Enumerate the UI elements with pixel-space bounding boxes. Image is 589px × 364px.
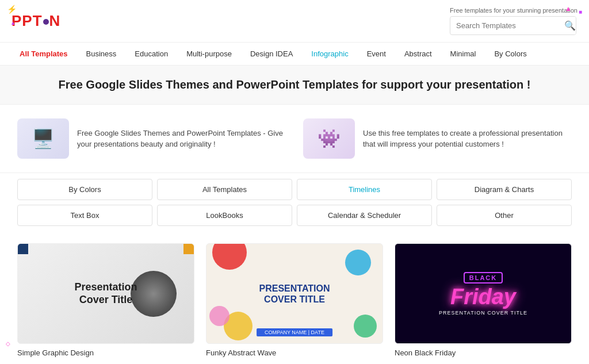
nav-item-all-templates[interactable]: All Templates — [12, 43, 76, 65]
template-name-2: Funky Abstract Wave — [206, 348, 383, 357]
category-btn-all-templates[interactable]: All Templates — [157, 179, 292, 200]
feature-text-1: Free Google Slides Themes and PowerPoint… — [77, 128, 286, 150]
feature-item-2: Use this free templates to create a prof… — [303, 118, 572, 159]
feature-text-2: Use this free templates to create a prof… — [363, 128, 572, 150]
header-right: Free templates for your stunning present… — [450, 7, 577, 35]
template-thumb-1: PresentationCover Title — [17, 243, 194, 344]
category-btn-other[interactable]: Other — [437, 205, 572, 226]
neon-black-label: BLACK — [464, 272, 503, 283]
features-section: Free Google Slides Themes and PowerPoint… — [0, 105, 589, 173]
template-name-1: Simple Graphic Design — [17, 348, 194, 357]
templates-grid: PresentationCover Title Simple Graphic D… — [17, 243, 572, 357]
templates-section: PresentationCover Title Simple Graphic D… — [0, 237, 589, 364]
thumb-1-inner: PresentationCover Title — [18, 244, 194, 343]
category-btn-text-box[interactable]: Text Box — [17, 205, 152, 226]
search-icon: 🔍 — [564, 21, 576, 30]
category-btn-calendar[interactable]: Calendar & Scheduler — [297, 205, 432, 226]
neon-friday-label: Friday — [450, 286, 516, 308]
logo-dot — [43, 19, 49, 25]
site-logo[interactable]: PPTN — [12, 12, 60, 30]
nav-item-event[interactable]: Event — [359, 43, 394, 65]
template-card-1[interactable]: PresentationCover Title Simple Graphic D… — [17, 243, 194, 357]
thumb-1-title: PresentationCover Title — [74, 281, 137, 306]
header-tagline: Free templates for your stunning present… — [450, 7, 577, 14]
nav-item-infographic[interactable]: Infographic — [303, 43, 356, 65]
template-thumb-3: ⚡ ▲ ■ ◇ ▲ BLACK Friday PRESENTATION COVE… — [395, 243, 572, 344]
category-btn-by-colors[interactable]: By Colors — [17, 179, 152, 200]
category-grid: By Colors All Templates Timelines Diagra… — [0, 173, 589, 237]
template-card-3[interactable]: ⚡ ▲ ■ ◇ ▲ BLACK Friday PRESENTATION COVE… — [395, 243, 572, 357]
nav-item-abstract[interactable]: Abstract — [396, 43, 440, 65]
search-input[interactable] — [450, 18, 559, 33]
thumb-2-title: PRESENTATIONCOVER TITLE — [259, 282, 330, 304]
category-btn-timelines[interactable]: Timelines — [297, 179, 432, 200]
feature-item-1: Free Google Slides Themes and PowerPoint… — [17, 118, 286, 159]
nav-item-design-idea[interactable]: Design IDEA — [242, 43, 301, 65]
site-header: PPTN Free templates for your stunning pr… — [0, 0, 589, 43]
feature-illustration-2 — [303, 118, 355, 159]
search-button[interactable]: 🔍 — [559, 17, 576, 35]
nav-item-by-colors[interactable]: By Colors — [486, 43, 534, 65]
feature-illustration-1 — [17, 118, 69, 159]
neon-subtitle: PRESENTATION COVER TITLE — [439, 310, 527, 316]
search-box: 🔍 — [450, 16, 576, 35]
main-nav: All Templates Business Education Multi-p… — [0, 43, 589, 66]
nav-item-minimal[interactable]: Minimal — [442, 43, 484, 65]
template-card-2[interactable]: PRESENTATIONCOVER TITLE COMPANY NAME | D… — [206, 243, 383, 357]
nav-item-multipurpose[interactable]: Multi-purpose — [178, 43, 240, 65]
hero-title: Free Google Slides Themes and PowerPoint… — [12, 78, 577, 91]
nav-item-business[interactable]: Business — [78, 43, 125, 65]
template-thumb-2: PRESENTATIONCOVER TITLE COMPANY NAME | D… — [206, 243, 383, 344]
nav-item-education[interactable]: Education — [127, 43, 176, 65]
category-btn-diagram-charts[interactable]: Diagram & Charts — [437, 179, 572, 200]
category-btn-lookbooks[interactable]: LookBooks — [157, 205, 292, 226]
hero-banner: Free Google Slides Themes and PowerPoint… — [0, 66, 589, 105]
template-name-3: Neon Black Friday — [395, 348, 572, 357]
